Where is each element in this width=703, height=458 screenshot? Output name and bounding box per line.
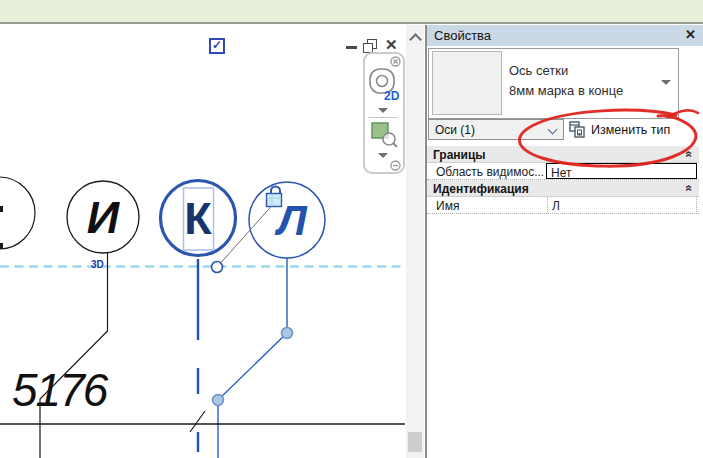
property-label: Область видимос...	[436, 165, 544, 179]
drawing-canvas[interactable]: 3D 5176 И К Л	[0, 24, 406, 458]
chevron-down-icon	[548, 125, 558, 135]
steering-wheel-2d-icon[interactable]: 2D	[368, 67, 400, 105]
property-row-name[interactable]: Имя Л	[427, 197, 699, 214]
grid-letter-fragment	[0, 206, 3, 212]
properties-close-icon[interactable]: ✕	[685, 27, 696, 42]
properties-title: Свойства	[434, 28, 491, 43]
canvas-drawing: 3D 5176 И К Л	[0, 24, 406, 458]
wheel-2d-label: 2D	[384, 89, 400, 103]
grid-bubble-k-label[interactable]: К	[184, 193, 212, 244]
vertical-scrollbar[interactable]	[406, 25, 424, 458]
wheel-dropdown-icon[interactable]	[378, 108, 388, 113]
property-value-input[interactable]: Нет	[546, 163, 697, 179]
type-family-name: Ось сетки	[509, 63, 568, 78]
properties-grid: Границы « Область видимос... Нет Идентиф…	[427, 146, 699, 214]
type-selector-dropdown-icon[interactable]	[661, 80, 671, 85]
minimize-icon[interactable]	[346, 46, 357, 49]
grid-line-i[interactable]	[40, 253, 108, 458]
extent-3d-label[interactable]: 3D	[91, 259, 104, 270]
selection-filter-combo[interactable]: Оси (1)	[428, 119, 564, 140]
restore-icon[interactable]	[363, 39, 378, 53]
properties-panel: Свойства ✕ Ось сетки 8мм марка в конце О…	[427, 25, 703, 458]
navbar-separator	[368, 117, 397, 118]
section-header-boundaries[interactable]: Границы «	[427, 146, 699, 163]
type-selector[interactable]: Ось сетки 8мм марка в конце	[428, 48, 679, 119]
navbar-close-icon[interactable]	[390, 56, 401, 67]
dimension-tick	[190, 411, 205, 432]
zoom-dropdown-icon[interactable]	[378, 153, 388, 158]
elbow-grip-open[interactable]	[212, 262, 223, 273]
edit-type-icon	[569, 121, 586, 138]
type-type-name: 8мм марка в конце	[509, 83, 623, 98]
dimension-text[interactable]: 5176	[12, 364, 109, 416]
collapse-icon[interactable]: «	[683, 185, 697, 192]
collapse-icon[interactable]: «	[683, 151, 697, 158]
grid-drag-grip[interactable]	[282, 328, 293, 339]
property-row-visibility-scope[interactable]: Область видимос... Нет	[427, 163, 699, 180]
navbar-collapse-icon[interactable]	[390, 160, 401, 171]
property-value-input[interactable]: Л	[547, 197, 697, 214]
navigation-bar[interactable]: 2D	[363, 52, 405, 174]
type-preview-image	[432, 51, 502, 115]
checkmark-icon: ✓	[212, 38, 222, 52]
property-label: Имя	[436, 199, 459, 213]
selection-filter-label: Оси (1)	[435, 123, 475, 137]
grid-drag-grip[interactable]	[213, 395, 224, 406]
grid-bubble-partial[interactable]	[0, 177, 35, 249]
properties-header[interactable]: Свойства ✕	[427, 25, 703, 46]
zoom-region-icon[interactable]	[371, 122, 399, 150]
grid-bubble-i-label: И	[87, 192, 121, 243]
section-header-identity[interactable]: Идентификация «	[427, 180, 699, 197]
grid-letter-fragment	[0, 243, 3, 249]
ribbon-band	[0, 0, 703, 22]
canvas-checkbox[interactable]: ✓	[209, 38, 225, 54]
scrollbar-thumb[interactable]	[408, 432, 422, 452]
edit-type-button[interactable]: Изменить тип	[566, 119, 700, 140]
edit-type-label: Изменить тип	[591, 123, 670, 137]
grid-line-l[interactable]	[218, 258, 287, 458]
